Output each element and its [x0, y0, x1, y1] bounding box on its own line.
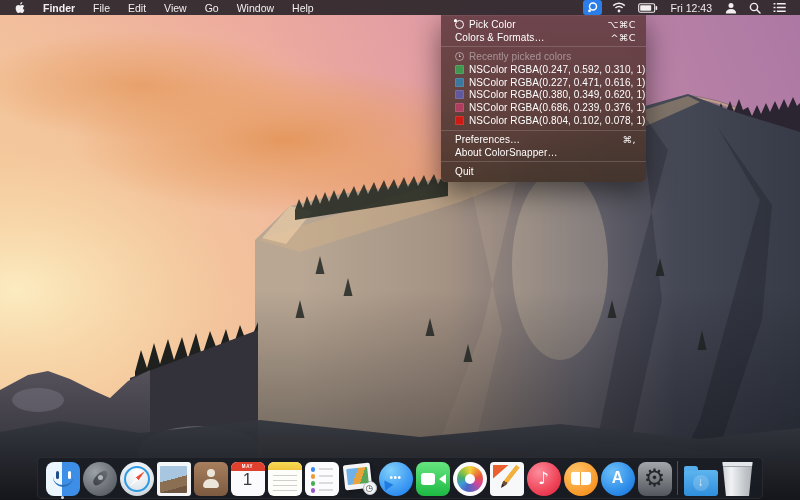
menu-separator [441, 130, 646, 131]
menu-item-colors-formats[interactable]: Colors & Formats…^⌘C [441, 31, 646, 44]
icon-glyph: ⚙ [638, 462, 672, 496]
downloads-icon: ↓ [684, 470, 718, 496]
dock-item-mail[interactable] [155, 460, 192, 496]
running-indicator [61, 496, 64, 499]
appstore-icon: A [601, 462, 635, 496]
launchpad-icon [83, 462, 117, 496]
menu-item-label: Colors & Formats… [455, 32, 545, 43]
reminders-icon [305, 462, 339, 496]
menu-item-preferences[interactable]: Preferences…⌘, [441, 133, 646, 146]
menu-item-label: NSColor RGBA(0.227, 0.471, 0.616, 1) [469, 77, 645, 88]
dock-item-launchpad[interactable] [81, 460, 118, 496]
notification-center[interactable] [767, 0, 792, 15]
menubar-menu-help[interactable]: Help [283, 2, 323, 14]
menu-item-nscolor-rgba-0-227-0-471-0-616-1[interactable]: NSColor RGBA(0.227, 0.471, 0.616, 1) [441, 76, 646, 89]
battery-status[interactable] [632, 0, 664, 15]
menu-item-shortcut: ^⌘C [610, 32, 636, 43]
dock: MAY1◷•••♪A⚙↓ [37, 457, 763, 499]
menu-bar-left: Finder FileEditViewGoWindowHelp [8, 1, 323, 14]
finder-icon [46, 462, 80, 496]
menubar-menu-file[interactable]: File [84, 2, 119, 14]
icon-glyph: ↓ [684, 470, 718, 496]
color-swatch [455, 116, 464, 125]
wifi-icon [612, 2, 626, 13]
menu-item-about-colorsnapper[interactable]: About ColorSnapper… [441, 146, 646, 159]
dock-item-itunes[interactable]: ♪ [525, 460, 562, 496]
icon-glyph: ◷ [363, 481, 377, 495]
facetime-icon [416, 462, 450, 496]
wifi-status[interactable] [606, 0, 632, 15]
battery-icon [638, 3, 658, 13]
menu-separator [441, 46, 646, 47]
dock-item-messages[interactable]: ••• [377, 460, 414, 496]
list-icon [773, 2, 786, 13]
wallpaper [0, 0, 800, 500]
trash-icon [721, 462, 755, 496]
menu-item-nscolor-rgba-0-686-0-239-0-376-1[interactable]: NSColor RGBA(0.686, 0.239, 0.376, 1) [441, 101, 646, 114]
ibooks-icon [564, 462, 598, 496]
apple-menu[interactable] [8, 1, 34, 14]
menu-item-label: Quit [455, 166, 474, 177]
active-app-menu[interactable]: Finder [34, 2, 84, 14]
calendar-icon: MAY1 [231, 462, 265, 496]
messages-icon: ••• [379, 462, 413, 496]
photos-icon [453, 462, 487, 496]
menu-separator [441, 161, 646, 162]
pages-icon [490, 462, 524, 496]
dock-item-safari[interactable] [118, 460, 155, 496]
dock-item-calendar[interactable]: MAY1 [229, 460, 266, 496]
menu-bar: Finder FileEditViewGoWindowHelp [0, 0, 800, 15]
dock-item-downloads[interactable]: ↓ [682, 460, 719, 496]
menu-item-nscolor-rgba-0-247-0-592-0-310-1[interactable]: NSColor RGBA(0.247, 0.592, 0.310, 1) [441, 63, 646, 76]
dock-item-finder[interactable] [44, 460, 81, 496]
clock-icon [455, 52, 464, 61]
menu-bar-clock[interactable]: Fri 12:43 [664, 2, 719, 14]
menu-item-quit[interactable]: Quit [441, 165, 646, 178]
loupe-icon [455, 20, 464, 29]
spotlight[interactable] [743, 0, 767, 15]
dock-item-photos[interactable] [451, 460, 488, 496]
colorsnapper-menu: Pick Color⌥⌘CColors & Formats…^⌘CRecentl… [441, 15, 646, 182]
search-icon [749, 2, 761, 14]
menu-item-nscolor-rgba-0-380-0-349-0-620-1[interactable]: NSColor RGBA(0.380, 0.349, 0.620, 1) [441, 88, 646, 101]
icon-glyph: MAY [231, 464, 265, 469]
dock-item-contacts[interactable] [192, 460, 229, 496]
dock-item-appstore[interactable]: A [599, 460, 636, 496]
menu-item-nscolor-rgba-0-804-0-102-0-078-1[interactable]: NSColor RGBA(0.804, 0.102, 0.078, 1) [441, 114, 646, 127]
app-menus: FileEditViewGoWindowHelp [84, 2, 323, 14]
menu-item-label: Preferences… [455, 134, 520, 145]
icon-glyph: 1 [231, 470, 265, 490]
menubar-menu-window[interactable]: Window [228, 2, 283, 14]
color-swatch [455, 78, 464, 87]
dock-item-sysprefs[interactable]: ⚙ [636, 460, 673, 496]
menubar-menu-edit[interactable]: Edit [119, 2, 155, 14]
dock-item-notes[interactable] [266, 460, 303, 496]
dock-item-trash[interactable] [719, 460, 756, 496]
dock-separator [677, 461, 678, 495]
dock-item-pages[interactable] [488, 460, 525, 496]
desktop: Finder FileEditViewGoWindowHelp [0, 0, 800, 500]
menubar-menu-view[interactable]: View [155, 2, 196, 14]
menu-item-label: NSColor RGBA(0.686, 0.239, 0.376, 1) [469, 102, 645, 113]
safari-icon [120, 462, 154, 496]
dock-item-facetime[interactable] [414, 460, 451, 496]
icon-glyph: ••• [379, 462, 413, 496]
colorsnapper-menu-extra[interactable] [583, 0, 602, 15]
notes-icon [268, 462, 302, 496]
menu-item-label: NSColor RGBA(0.804, 0.102, 0.078, 1) [469, 115, 645, 126]
menubar-menu-go[interactable]: Go [196, 2, 228, 14]
icon-glyph: ♪ [527, 462, 561, 496]
user-icon [725, 2, 737, 14]
dock-item-ibooks[interactable] [562, 460, 599, 496]
fast-user-switching[interactable] [719, 0, 743, 15]
menu-item-label: Recently picked colors [469, 51, 571, 62]
mail-icon [157, 462, 191, 496]
menu-bar-status: Fri 12:43 [583, 0, 792, 15]
menu-item-pick-color[interactable]: Pick Color⌥⌘C [441, 18, 646, 31]
color-swatch [455, 103, 464, 112]
sysprefs-icon: ⚙ [638, 462, 672, 496]
dock-item-timemachine[interactable]: ◷ [340, 460, 377, 496]
menu-item-shortcut: ⌥⌘C [607, 19, 636, 30]
menu-item-label: NSColor RGBA(0.380, 0.349, 0.620, 1) [469, 89, 645, 100]
dock-item-reminders[interactable] [303, 460, 340, 496]
